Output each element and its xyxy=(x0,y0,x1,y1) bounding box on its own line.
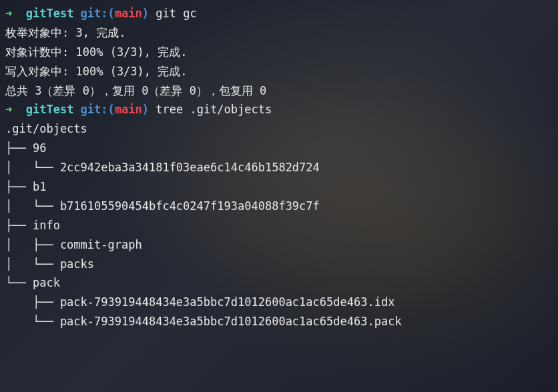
git-branch: main xyxy=(115,7,142,20)
tree-line: ├── 96 xyxy=(5,139,553,158)
command-text: git gc xyxy=(149,7,197,20)
tree-line: ├── pack-793919448434e3a5bbc7d1012600ac1… xyxy=(5,293,553,312)
paren-open: ( xyxy=(108,7,115,20)
prompt-line-2: ➜ gitTest git:(main) tree .git/objects xyxy=(5,100,553,119)
tree-line: │ ├── commit-graph xyxy=(5,235,553,255)
git-label: git: xyxy=(73,7,107,20)
prompt-directory: gitTest xyxy=(26,7,74,20)
tree-line: │ └── packs xyxy=(5,255,553,274)
paren-open: ( xyxy=(108,103,115,116)
output-line: 总共 3（差异 0），复用 0（差异 0），包复用 0 xyxy=(5,81,553,101)
git-branch: main xyxy=(115,103,142,116)
tree-line: ├── b1 xyxy=(5,177,553,197)
tree-line: │ └── b716105590454bfc4c0247f193a04088f3… xyxy=(5,197,553,216)
command-text: tree .git/objects xyxy=(149,103,272,116)
git-label: git: xyxy=(73,103,107,116)
output-line: 写入对象中: 100% (3/3), 完成. xyxy=(5,62,553,81)
prompt-arrow-icon: ➜ xyxy=(5,103,26,116)
output-line: 对象计数中: 100% (3/3), 完成. xyxy=(5,43,553,62)
prompt-line-1: ➜ gitTest git:(main) git gc xyxy=(5,4,553,23)
paren-close: ) xyxy=(142,103,149,116)
output-line: 枚举对象中: 3, 完成. xyxy=(5,23,553,43)
terminal-window[interactable]: ➜ gitTest git:(main) git gc 枚举对象中: 3, 完成… xyxy=(5,4,553,331)
paren-close: ) xyxy=(142,7,149,20)
tree-root: .git/objects xyxy=(5,119,553,139)
prompt-directory: gitTest xyxy=(26,103,74,116)
tree-line: └── pack-793919448434e3a5bbc7d1012600ac1… xyxy=(5,312,553,331)
prompt-arrow-icon: ➜ xyxy=(5,7,26,20)
tree-line: │ └── 2cc942eba3a34181f03eae6c14c46b1582… xyxy=(5,158,553,177)
tree-line: ├── info xyxy=(5,216,553,235)
tree-line: └── pack xyxy=(5,273,553,293)
